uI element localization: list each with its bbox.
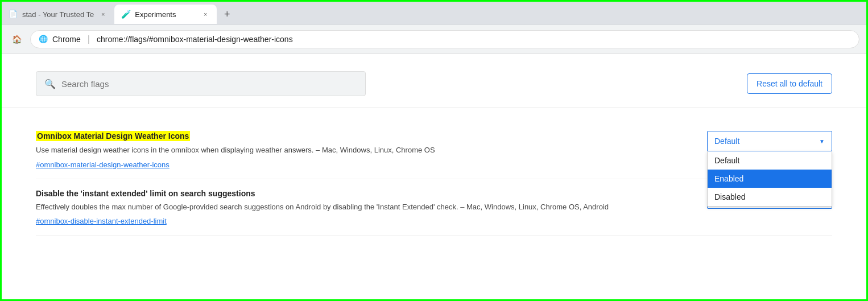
tab-bar: 📄 stad - Your Trusted Te × 🧪 Experiments… (2, 2, 866, 24)
address-url: chrome://flags/#omnibox-material-design-… (97, 35, 293, 44)
tab-1-close[interactable]: × (98, 10, 108, 19)
search-row: 🔍 Reset all to default (2, 71, 866, 108)
flag-name-instant-extended: Disable the 'instant extended' limit on … (36, 189, 255, 198)
flag-link-weather-icons[interactable]: #omnibox-material-design-weather-icons (36, 160, 170, 169)
dropdown-menu-weather-icons: Default Enabled Disabled (707, 151, 832, 207)
flask-icon: 🧪 (121, 10, 130, 19)
flag-name-weather-icons: Omnibox Material Design Weather Icons (36, 131, 190, 141)
search-input[interactable] (61, 79, 357, 89)
page-icon: 📄 (9, 10, 18, 19)
flag-link-instant-extended[interactable]: #omnibox-disable-instant-extended-limit (36, 217, 167, 225)
site-label: Chrome (52, 35, 81, 44)
flag-dropdown-weather-icons[interactable]: Default ▼ (707, 131, 832, 151)
flags-list: Omnibox Material Design Weather Icons Us… (2, 122, 866, 236)
dropdown-option-enabled-weather[interactable]: Enabled (708, 170, 832, 188)
tab-1-title: stad - Your Trusted Te (22, 10, 94, 19)
dropdown-current-value-weather-icons: Default (714, 137, 739, 146)
flag-desc-weather-icons: Use material design weather icons in the… (36, 145, 684, 156)
flag-control-weather-icons: Default ▼ Default Enabled Disabled (707, 131, 832, 151)
tab-2-close[interactable]: × (201, 10, 210, 19)
dropdown-option-default-weather[interactable]: Default (708, 151, 832, 170)
address-input-wrap[interactable]: 🌐 Chrome | chrome://flags/#omnibox-mater… (30, 30, 859, 48)
tab-1[interactable]: 📄 stad - Your Trusted Te × (2, 5, 114, 24)
flag-desc-instant-extended: Effectively doubles the max number of Go… (36, 201, 684, 213)
flag-info-instant-extended: Disable the 'instant extended' limit on … (36, 188, 684, 226)
search-icon: 🔍 (44, 79, 56, 89)
search-input-wrap[interactable]: 🔍 (36, 71, 366, 96)
flag-info-weather-icons: Omnibox Material Design Weather Icons Us… (36, 131, 684, 170)
chevron-down-icon: ▼ (819, 138, 825, 145)
address-bar: 🏠 🌐 Chrome | chrome://flags/#omnibox-mat… (2, 24, 866, 54)
home-button[interactable]: 🏠 (9, 31, 24, 47)
tab-2-title: Experiments (135, 10, 196, 19)
globe-icon: 🌐 (39, 35, 48, 44)
dropdown-option-disabled-weather[interactable]: Disabled (708, 188, 832, 206)
tab-2[interactable]: 🧪 Experiments × (114, 5, 217, 24)
address-separator: | (88, 34, 90, 44)
main-content: 🔍 Reset all to default Omnibox Material … (2, 54, 866, 247)
flag-entry-weather-icons: Omnibox Material Design Weather Icons Us… (36, 122, 832, 179)
reset-all-button[interactable]: Reset all to default (747, 73, 832, 94)
new-tab-button[interactable]: + (219, 6, 235, 22)
